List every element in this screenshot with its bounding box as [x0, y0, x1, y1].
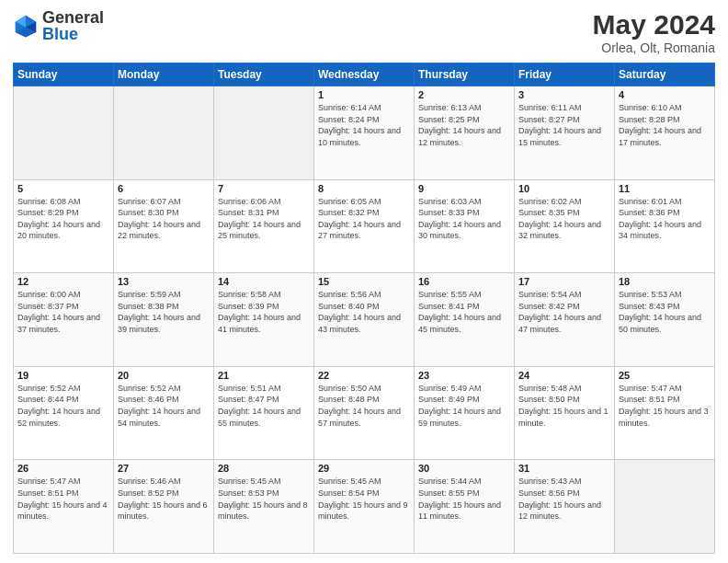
day-info: Sunrise: 5:46 AMSunset: 8:52 PMDaylight:… — [118, 476, 210, 522]
calendar-cell: 30Sunrise: 5:44 AMSunset: 8:55 PMDayligh… — [415, 460, 515, 554]
day-info: Sunrise: 5:50 AMSunset: 8:48 PMDaylight:… — [318, 383, 410, 429]
day-info: Sunrise: 6:11 AMSunset: 8:27 PMDaylight:… — [518, 102, 610, 148]
calendar-cell — [14, 86, 114, 180]
day-number: 4 — [619, 89, 711, 100]
day-number: 30 — [418, 463, 510, 474]
day-of-week-friday: Friday — [515, 63, 615, 86]
month-year: May 2024 — [593, 9, 715, 40]
day-info: Sunrise: 5:49 AMSunset: 8:49 PMDaylight:… — [418, 383, 510, 429]
day-number: 20 — [118, 370, 210, 381]
day-number: 16 — [418, 276, 510, 287]
day-info: Sunrise: 5:47 AMSunset: 8:51 PMDaylight:… — [619, 383, 711, 429]
day-info: Sunrise: 5:52 AMSunset: 8:44 PMDaylight:… — [17, 383, 109, 429]
calendar-table: SundayMondayTuesdayWednesdayThursdayFrid… — [13, 63, 715, 554]
calendar-cell: 25Sunrise: 5:47 AMSunset: 8:51 PMDayligh… — [615, 366, 715, 460]
calendar-cell: 6Sunrise: 6:07 AMSunset: 8:30 PMDaylight… — [114, 179, 214, 273]
day-info: Sunrise: 5:43 AMSunset: 8:56 PMDaylight:… — [518, 476, 610, 522]
day-number: 19 — [17, 370, 109, 381]
day-info: Sunrise: 6:03 AMSunset: 8:33 PMDaylight:… — [418, 196, 510, 242]
day-number: 17 — [518, 276, 610, 287]
calendar-cell: 7Sunrise: 6:06 AMSunset: 8:31 PMDaylight… — [214, 179, 314, 273]
calendar-week-row: 26Sunrise: 5:47 AMSunset: 8:51 PMDayligh… — [14, 460, 715, 554]
calendar-cell: 12Sunrise: 6:00 AMSunset: 8:37 PMDayligh… — [14, 273, 114, 367]
day-info: Sunrise: 6:01 AMSunset: 8:36 PMDaylight:… — [619, 196, 711, 242]
day-info: Sunrise: 6:08 AMSunset: 8:29 PMDaylight:… — [17, 196, 109, 242]
calendar-cell: 11Sunrise: 6:01 AMSunset: 8:36 PMDayligh… — [615, 179, 715, 273]
day-number: 22 — [318, 370, 410, 381]
calendar-cell: 1Sunrise: 6:14 AMSunset: 8:24 PMDaylight… — [314, 86, 415, 180]
calendar-cell: 13Sunrise: 5:59 AMSunset: 8:38 PMDayligh… — [114, 273, 214, 367]
day-info: Sunrise: 6:07 AMSunset: 8:30 PMDaylight:… — [118, 196, 210, 242]
calendar-header-row: SundayMondayTuesdayWednesdayThursdayFrid… — [14, 63, 715, 86]
day-info: Sunrise: 5:59 AMSunset: 8:38 PMDaylight:… — [118, 289, 210, 335]
day-of-week-sunday: Sunday — [14, 63, 114, 86]
day-number: 23 — [418, 370, 510, 381]
day-number: 2 — [418, 89, 510, 100]
day-info: Sunrise: 6:02 AMSunset: 8:35 PMDaylight:… — [518, 196, 610, 242]
calendar-cell: 20Sunrise: 5:52 AMSunset: 8:46 PMDayligh… — [114, 366, 214, 460]
calendar-cell — [615, 460, 715, 554]
day-of-week-monday: Monday — [114, 63, 214, 86]
calendar-cell: 28Sunrise: 5:45 AMSunset: 8:53 PMDayligh… — [214, 460, 314, 554]
calendar-cell: 17Sunrise: 5:54 AMSunset: 8:42 PMDayligh… — [515, 273, 615, 367]
day-info: Sunrise: 5:44 AMSunset: 8:55 PMDaylight:… — [418, 476, 510, 522]
calendar-cell: 19Sunrise: 5:52 AMSunset: 8:44 PMDayligh… — [14, 366, 114, 460]
day-number: 9 — [418, 183, 510, 194]
day-info: Sunrise: 5:55 AMSunset: 8:41 PMDaylight:… — [418, 289, 510, 335]
calendar-week-row: 1Sunrise: 6:14 AMSunset: 8:24 PMDaylight… — [14, 86, 715, 180]
day-number: 24 — [518, 370, 610, 381]
calendar-cell: 27Sunrise: 5:46 AMSunset: 8:52 PMDayligh… — [114, 460, 214, 554]
day-number: 18 — [619, 276, 711, 287]
day-of-week-wednesday: Wednesday — [314, 63, 415, 86]
day-info: Sunrise: 6:14 AMSunset: 8:24 PMDaylight:… — [318, 102, 410, 148]
calendar-cell: 29Sunrise: 5:45 AMSunset: 8:54 PMDayligh… — [314, 460, 415, 554]
calendar-cell — [114, 86, 214, 180]
calendar-cell: 31Sunrise: 5:43 AMSunset: 8:56 PMDayligh… — [515, 460, 615, 554]
calendar-cell: 15Sunrise: 5:56 AMSunset: 8:40 PMDayligh… — [314, 273, 415, 367]
day-number: 10 — [518, 183, 610, 194]
page: General Blue May 2024 Orlea, Olt, Romani… — [0, 0, 728, 563]
calendar-cell: 5Sunrise: 6:08 AMSunset: 8:29 PMDaylight… — [14, 179, 114, 273]
calendar-cell: 21Sunrise: 5:51 AMSunset: 8:47 PMDayligh… — [214, 366, 314, 460]
day-number: 3 — [518, 89, 610, 100]
day-info: Sunrise: 5:48 AMSunset: 8:50 PMDaylight:… — [518, 383, 610, 429]
day-number: 11 — [619, 183, 711, 194]
day-of-week-tuesday: Tuesday — [214, 63, 314, 86]
day-number: 8 — [318, 183, 410, 194]
day-info: Sunrise: 6:13 AMSunset: 8:25 PMDaylight:… — [418, 102, 510, 148]
calendar-cell: 3Sunrise: 6:11 AMSunset: 8:27 PMDaylight… — [515, 86, 615, 180]
day-info: Sunrise: 5:54 AMSunset: 8:42 PMDaylight:… — [518, 289, 610, 335]
day-of-week-saturday: Saturday — [615, 63, 715, 86]
day-number: 13 — [118, 276, 210, 287]
day-info: Sunrise: 5:47 AMSunset: 8:51 PMDaylight:… — [17, 476, 109, 522]
location: Orlea, Olt, Romania — [593, 40, 715, 55]
logo-text: General Blue — [42, 9, 104, 42]
day-info: Sunrise: 6:05 AMSunset: 8:32 PMDaylight:… — [318, 196, 410, 242]
day-number: 28 — [218, 463, 310, 474]
day-number: 7 — [218, 183, 310, 194]
day-number: 25 — [619, 370, 711, 381]
calendar-cell: 23Sunrise: 5:49 AMSunset: 8:49 PMDayligh… — [415, 366, 515, 460]
day-info: Sunrise: 5:53 AMSunset: 8:43 PMDaylight:… — [619, 289, 711, 335]
day-number: 31 — [518, 463, 610, 474]
calendar-cell: 18Sunrise: 5:53 AMSunset: 8:43 PMDayligh… — [615, 273, 715, 367]
calendar-cell: 16Sunrise: 5:55 AMSunset: 8:41 PMDayligh… — [415, 273, 515, 367]
day-info: Sunrise: 5:45 AMSunset: 8:53 PMDaylight:… — [218, 476, 310, 522]
day-number: 1 — [318, 89, 410, 100]
day-number: 29 — [318, 463, 410, 474]
calendar-cell: 2Sunrise: 6:13 AMSunset: 8:25 PMDaylight… — [415, 86, 515, 180]
day-number: 14 — [218, 276, 310, 287]
calendar-cell: 24Sunrise: 5:48 AMSunset: 8:50 PMDayligh… — [515, 366, 615, 460]
header: General Blue May 2024 Orlea, Olt, Romani… — [13, 9, 715, 55]
title-block: May 2024 Orlea, Olt, Romania — [593, 9, 715, 55]
calendar-cell: 22Sunrise: 5:50 AMSunset: 8:48 PMDayligh… — [314, 366, 415, 460]
logo-blue: Blue — [42, 25, 78, 43]
day-number: 6 — [118, 183, 210, 194]
day-number: 26 — [17, 463, 109, 474]
day-number: 15 — [318, 276, 410, 287]
day-of-week-thursday: Thursday — [415, 63, 515, 86]
logo-general: General — [42, 8, 104, 27]
calendar-cell: 4Sunrise: 6:10 AMSunset: 8:28 PMDaylight… — [615, 86, 715, 180]
logo-icon — [13, 13, 39, 39]
logo: General Blue — [13, 9, 104, 42]
